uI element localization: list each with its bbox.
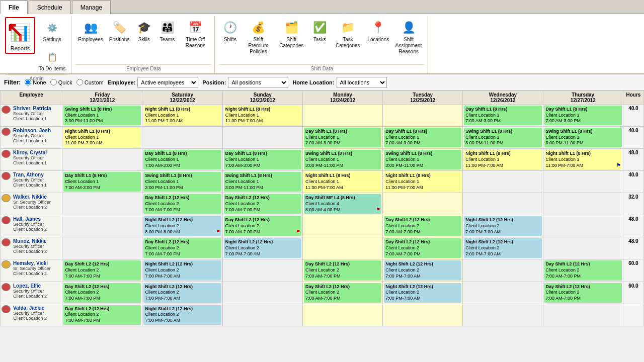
shift-cell[interactable]: Day Shift L1 (8 Hrs) Client Location 1 7… [383, 127, 463, 149]
teams-button[interactable]: 👨‍👩‍👧 Teams [156, 17, 178, 44]
shift-block[interactable]: Night Shift L2 (12 Hrs) Client Location … [384, 283, 461, 303]
shift-block[interactable]: Swing Shift L1 (8 Hrs) Client Location 1… [224, 172, 301, 192]
shift-block[interactable]: Night Shift L1 (8 Hrs) Client Location 1… [384, 172, 461, 192]
shift-cell[interactable] [463, 171, 543, 193]
employees-button[interactable]: 👥 Employees [75, 17, 105, 44]
shift-block[interactable]: Night Shift L2 (12 Hrs) Client Location … [224, 238, 301, 258]
shift-cell[interactable]: Night Shift L1 (8 Hrs) Client Location 1… [463, 149, 543, 171]
shift-cell[interactable]: Day Shift L1 (8 Hrs) Client Location 1 7… [222, 149, 302, 171]
shift-block[interactable]: Night Shift L1 (8 Hrs) Client Location 1… [304, 172, 381, 192]
shift-block[interactable]: Day Shift L2 (12 Hrs) Client Location 2 … [63, 283, 141, 303]
shift-cell[interactable]: Night Shift L2 (12 Hrs) Client Location … [222, 237, 302, 259]
tab-schedule[interactable]: Schedule [29, 1, 71, 14]
shift-cell[interactable] [62, 193, 142, 215]
shift-cell[interactable] [543, 304, 623, 326]
shift-block[interactable]: Night Shift L2 (12 Hrs) Client Location … [464, 238, 541, 258]
shift-block[interactable]: Swing Shift L1 (8 Hrs) Client Location 1… [464, 128, 541, 147]
shift-cell[interactable] [302, 105, 382, 127]
shift-cell[interactable]: Swing Shift L1 (8 Hrs) Client Location 1… [543, 127, 623, 149]
shift-block[interactable]: Day Shift MF L4 (8 Hrs) Client Location … [304, 194, 381, 214]
filter-quick-radio[interactable] [50, 79, 57, 85]
locations-button[interactable]: 📍 Locations [365, 17, 391, 44]
shift-block[interactable]: Day Shift L2 (12 Hrs) Client Location 2 … [304, 283, 381, 303]
shift-block[interactable]: Night Shift L1 (8 Hrs) Client Location 1… [464, 150, 541, 169]
shift-block[interactable]: Day Shift L2 (12 Hrs) Client Location 2 … [224, 194, 301, 214]
shift-cell[interactable] [222, 259, 302, 282]
shift-cell[interactable]: Day Shift L2 (12 Hrs) Client Location 2 … [302, 259, 382, 282]
shift-cell[interactable] [543, 171, 623, 193]
shift-cell[interactable]: Night Shift L2 (12 Hrs) Client Location … [142, 304, 222, 326]
shift-block[interactable]: Night Shift L1 (8 Hrs) Client Location 1… [544, 150, 622, 169]
shift-cell[interactable]: Night Shift L2 (12 Hrs) Client Location … [463, 237, 543, 259]
shift-cell[interactable] [463, 259, 543, 282]
shift-cell[interactable]: Day Shift L1 (8 Hrs) Client Location 1 7… [142, 149, 222, 171]
shift-cell[interactable] [383, 304, 463, 326]
shift-cell[interactable] [543, 215, 623, 237]
shift-cell[interactable]: Night Shift L2 (12 Hrs) Client Location … [463, 215, 543, 237]
shift-block[interactable]: Night Shift L2 (12 Hrs) Client Location … [384, 260, 461, 280]
shiftassign-button[interactable]: 👤 Shift Assignment Reasons [392, 17, 425, 56]
shift-block[interactable]: Night Shift L1 (8 Hrs) Client Location 1… [63, 128, 141, 147]
filter-none-radio[interactable] [25, 79, 31, 85]
shift-cell[interactable]: Day Shift L2 (12 Hrs) Client Location 2 … [543, 282, 623, 304]
shift-cell[interactable]: Night Shift L2 (12 Hrs) Client Location … [142, 215, 222, 237]
todo-button[interactable]: 📋 To Do Items [36, 46, 68, 73]
filter-position-select[interactable]: All positions [228, 77, 288, 88]
shift-cell[interactable] [463, 193, 543, 215]
skills-button[interactable]: 🎓 Skills [133, 17, 155, 44]
shift-block[interactable]: Day Shift L2 (12 Hrs) Client Location 2 … [544, 283, 622, 303]
shift-cell[interactable]: Night Shift L1 (8 Hrs) Client Location 1… [383, 171, 463, 193]
shift-cell[interactable] [302, 237, 382, 259]
filter-employee-select[interactable]: Active employees All employees Inactive … [137, 77, 198, 88]
filter-homeloc-select[interactable]: All locations [337, 77, 387, 88]
shift-cell[interactable]: Swing Shift L1 (8 Hrs) Client Location 1… [463, 127, 543, 149]
shiftcat-button[interactable]: 🗂️ Shift Categories [275, 17, 307, 50]
timeoff-button[interactable]: 📅 Time Off Reasons [179, 17, 211, 50]
shift-cell[interactable]: Night Shift L2 (12 Hrs) Client Location … [383, 259, 463, 282]
shiftpremium-button[interactable]: 💰 Shift Premium Policies [242, 17, 274, 56]
shift-cell[interactable]: Day Shift L2 (12 Hrs) Client Location 2 … [543, 259, 623, 282]
shift-cell[interactable]: Night Shift L2 (12 Hrs) Client Location … [142, 259, 222, 282]
shift-block[interactable]: Swing Shift L1 (8 Hrs) Client Location 1… [544, 128, 622, 147]
shift-block[interactable]: Day Shift L1 (8 Hrs) Client Location 1 7… [63, 172, 141, 192]
shift-cell[interactable]: Swing Shift L1 (8 Hrs) Client Location 1… [383, 149, 463, 171]
shift-cell[interactable]: Swing Shift L1 (8 Hrs) Client Location 1… [222, 171, 302, 193]
filter-custom[interactable]: Custom [76, 79, 104, 85]
shift-cell[interactable]: Night Shift L2 (12 Hrs) Client Location … [142, 282, 222, 304]
shift-block[interactable]: Day Shift L2 (12 Hrs) Client Location 2 … [143, 238, 221, 258]
shift-cell[interactable]: Day Shift L1 (8 Hrs) Client Location 1 7… [463, 105, 543, 127]
shift-block[interactable]: Swing Shift L1 (8 Hrs) Client Location 1… [384, 150, 461, 169]
shift-cell[interactable]: Day Shift L1 (8 Hrs) Client Location 1 7… [543, 105, 623, 127]
shift-block[interactable]: Night Shift L2 (12 Hrs) Client Location … [143, 260, 221, 280]
positions-button[interactable]: 🏷️ Positions [107, 17, 132, 44]
shift-cell[interactable]: Day Shift MF L4 (8 Hrs) Client Location … [302, 193, 382, 215]
shift-cell[interactable] [463, 304, 543, 326]
shift-block[interactable]: Day Shift L1 (8 Hrs) Client Location 1 7… [304, 128, 381, 147]
shift-block[interactable]: Night Shift L1 (8 Hrs) Client Location 1… [224, 106, 301, 125]
shift-block[interactable]: Day Shift L1 (8 Hrs) Client Location 1 7… [464, 106, 541, 125]
shift-cell[interactable]: Night Shift L1 (8 Hrs) Client Location 1… [62, 127, 142, 149]
shift-cell[interactable]: Day Shift L2 (12 Hrs) Client Location 2 … [222, 193, 302, 215]
settings-button[interactable]: ⚙️ Settings [36, 17, 68, 44]
shift-cell[interactable] [222, 127, 302, 149]
shift-block[interactable]: Day Shift L1 (8 Hrs) Client Location 1 7… [384, 128, 461, 147]
shift-cell[interactable]: Day Shift L2 (12 Hrs) Client Location 2 … [302, 282, 382, 304]
shift-cell[interactable] [62, 149, 142, 171]
tab-file[interactable]: File [0, 1, 28, 14]
shift-block[interactable]: Day Shift L2 (12 Hrs) Client Location 2 … [63, 260, 141, 280]
shift-cell[interactable]: Swing Shift L1 (8 Hrs) Client Location 1… [142, 171, 222, 193]
shift-cell[interactable]: Night Shift L1 (8 Hrs) Client Location 1… [543, 149, 623, 171]
shift-cell[interactable] [543, 193, 623, 215]
shifts-button[interactable]: 🕐 Shifts [219, 17, 241, 44]
shift-block[interactable]: Swing Shift L1 (8 Hrs) Client Location 1… [143, 172, 221, 192]
shift-block[interactable]: Day Shift L2 (12 Hrs) Client Location 2 … [544, 260, 622, 280]
shift-cell[interactable]: Day Shift L2 (12 Hrs) Client Location 2 … [62, 282, 142, 304]
shift-block[interactable]: Day Shift L2 (12 Hrs) Client Location 2 … [224, 216, 301, 236]
shift-cell[interactable]: Day Shift L2 (12 Hrs) Client Location 2 … [142, 193, 222, 215]
shift-cell[interactable] [222, 304, 302, 326]
shift-cell[interactable]: Day Shift L2 (12 Hrs) Client Location 2 … [383, 215, 463, 237]
taskcat-button[interactable]: 📁 Task Categories [332, 17, 364, 50]
shift-block[interactable]: Night Shift L1 (8 Hrs) Client Location 1… [143, 106, 221, 125]
shift-block[interactable]: Day Shift L1 (8 Hrs) Client Location 1 7… [224, 150, 301, 169]
filter-custom-radio[interactable] [76, 79, 83, 85]
